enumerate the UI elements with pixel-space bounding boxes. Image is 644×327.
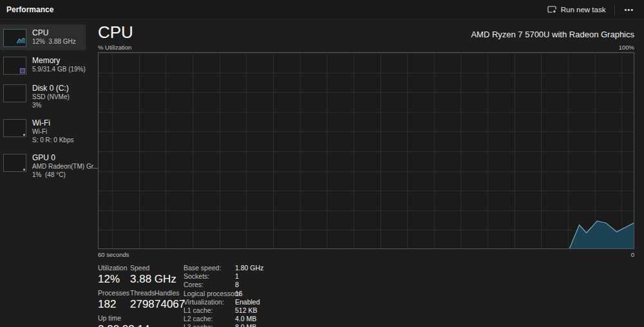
memory-mini-graph <box>3 57 26 75</box>
processor-name: AMD Ryzen 7 5700U with Radeon Graphics <box>471 30 634 42</box>
top-bar-actions: Run new task ••• <box>542 3 639 17</box>
sidebar-disk-type: SSD (NVMe) <box>32 93 70 102</box>
stat-threads: Threads 2798 <box>130 289 155 312</box>
stat-uptime: Up time 0:00:03:14 <box>98 314 149 327</box>
spec-value: 4.0 MB <box>235 315 263 323</box>
page-heading: Performance <box>6 5 53 14</box>
sidebar-disk-title: Disk 0 (C:) <box>32 84 70 93</box>
sidebar-item-cpu[interactable]: CPU 12% 3.88 GHz <box>0 24 86 50</box>
horizontal-ellipsis-icon[interactable]: ••• <box>619 3 639 16</box>
sidebar-item-memory[interactable]: Memory 5.9/31.4 GB (19%) <box>0 52 86 78</box>
sidebar-gpu-title: GPU 0 <box>32 153 86 163</box>
sidebar-wifi-name: Wi-Fi <box>32 128 73 136</box>
spec-value: Enabled <box>235 298 263 306</box>
gpu-mini-graph <box>3 154 26 172</box>
run-new-task-button[interactable]: Run new task <box>542 3 611 17</box>
spec-label: Cores: <box>184 281 235 289</box>
spec-label: Sockets: <box>184 272 235 281</box>
performance-page: CPU 12% 3.88 GHz Memory 5.9/31.4 GB (19%… <box>0 19 644 327</box>
stat-handles: Handles 74067 <box>155 289 185 312</box>
spec-value: 1 <box>235 272 263 281</box>
top-bar: Performance Run new task ••• <box>0 0 644 19</box>
cpu-spec-list: Base speed: 1.80 GHz Sockets: 1 Cores: 8… <box>184 264 263 327</box>
sidebar-item-wifi[interactable]: Wi-Fi Wi-Fi S: 0 R: 0 Kbps <box>0 115 86 147</box>
wifi-mini-graph <box>3 119 26 137</box>
panel-title: CPU <box>98 23 133 42</box>
stat-speed: Speed 3.88 GHz <box>130 264 176 286</box>
sidebar-gpu-name: AMD Radeon(TM) Gr... <box>32 163 86 171</box>
live-stats: Utilization 12% Speed 3.88 GHz Processes… <box>98 264 184 327</box>
stat-processes: Processes 182 <box>98 289 130 312</box>
spec-value: 512 KB <box>235 306 263 315</box>
sidebar-memory-title: Memory <box>32 56 86 66</box>
x-axis-left-label: 60 seconds <box>98 251 129 258</box>
sidebar-wifi-stats: S: 0 R: 0 Kbps <box>32 136 73 145</box>
spec-label: L3 cache: <box>184 323 235 327</box>
y-axis-max-label: 100% <box>619 44 634 51</box>
new-task-window-plus-icon <box>547 5 556 14</box>
sidebar-item-gpu-0[interactable]: GPU 0 AMD Radeon(TM) Gr... 1% (48 °C) <box>0 149 86 182</box>
spec-label: L2 cache: <box>184 315 235 323</box>
cpu-utilization-graph[interactable] <box>98 52 634 249</box>
sidebar-item-disk-0[interactable]: Disk 0 (C:) SSD (NVMe) 3% <box>0 80 86 113</box>
spec-label: L1 cache: <box>184 306 235 315</box>
sidebar-disk-stats: 3% <box>32 102 70 110</box>
spec-value: 8.0 MB <box>235 323 263 327</box>
run-new-task-label: Run new task <box>561 6 606 14</box>
spec-label: Base speed: <box>184 264 235 272</box>
performance-sidebar: CPU 12% 3.88 GHz Memory 5.9/31.4 GB (19%… <box>0 19 86 327</box>
wifi-mini-graph-mark <box>23 134 25 136</box>
sidebar-cpu-title: CPU <box>32 28 76 38</box>
gpu-mini-graph-mark <box>23 169 25 171</box>
x-axis-right-label: 0 <box>631 251 634 258</box>
spec-label: Virtualization: <box>184 298 235 306</box>
stat-utilization: Utilization 12% <box>98 264 130 286</box>
spec-value: 16 <box>235 290 263 298</box>
sidebar-gpu-stats: 1% (48 °C) <box>32 171 86 180</box>
memory-mini-graph-used <box>20 68 25 73</box>
cpu-detail-panel: CPU AMD Ryzen 7 5700U with Radeon Graphi… <box>86 19 644 327</box>
cpu-mini-graph <box>3 29 26 47</box>
spec-value: 1.80 GHz <box>235 264 263 272</box>
y-axis-label: % Utilization <box>98 44 131 51</box>
sidebar-cpu-stats: 12% 3.88 GHz <box>32 38 76 46</box>
disk-mini-graph <box>3 84 26 102</box>
spec-value: 8 <box>235 281 263 289</box>
cpu-mini-graph-area <box>17 34 25 46</box>
toolbar-divider <box>614 5 615 15</box>
sidebar-memory-stats: 5.9/31.4 GB (19%) <box>32 66 86 74</box>
sidebar-wifi-title: Wi-Fi <box>32 118 73 128</box>
spec-label: Logical processors: <box>184 290 235 298</box>
